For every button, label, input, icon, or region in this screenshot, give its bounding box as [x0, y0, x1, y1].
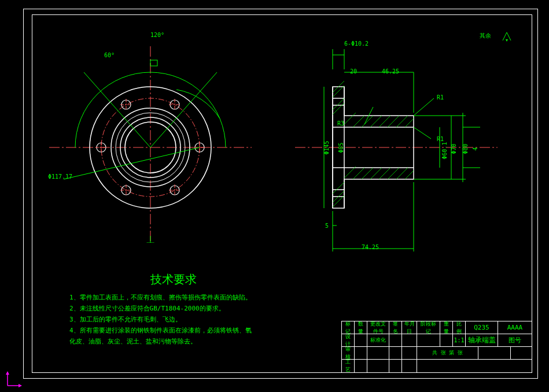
svg-marker-86 — [19, 384, 22, 387]
dim-d85: Φ85 — [338, 142, 344, 153]
tb-qty: 数量 — [355, 321, 367, 334]
tb-stage: 阶段标记 — [417, 321, 440, 334]
tb-wt: 重量 — [440, 321, 453, 334]
tb-std: 标准化 — [367, 334, 389, 346]
dim-d70: Φ70 — [451, 143, 457, 154]
note-2: 2、未注线性尺寸公差应符合GB/T1804-2000的要求。 — [69, 304, 252, 313]
svg-line-57 — [396, 168, 408, 179]
svg-line-43 — [344, 113, 356, 124]
tb-partname: 轴承端盖 — [466, 334, 498, 346]
svg-line-55 — [379, 168, 390, 179]
dia-117: Φ117.17 — [48, 173, 72, 180]
tb-sign: 签名 — [389, 321, 402, 334]
svg-line-54 — [370, 168, 382, 179]
svg-line-40 — [333, 86, 344, 97]
dim-d601: Φ60.1 — [441, 142, 448, 159]
dim-d80: Φ80 — [462, 143, 469, 154]
notes-title: 技术要求 — [150, 272, 252, 287]
tb-scale: 1:1 — [453, 334, 466, 346]
svg-line-56 — [388, 168, 399, 179]
dim-d145: Φ145 — [323, 140, 330, 154]
svg-line-44 — [353, 116, 364, 127]
tb-chk: 审核 — [342, 347, 355, 359]
svg-line-58 — [405, 171, 414, 179]
svg-line-46 — [370, 116, 382, 127]
front-view — [46, 29, 255, 243]
ucs-icon — [5, 371, 22, 389]
dim-r3: R3 — [337, 120, 344, 127]
note-4: 4、所有需要进行涂装的钢铁制件表面在涂漆前，必须将铁锈、氧 — [69, 326, 252, 335]
svg-line-78 — [414, 98, 434, 116]
svg-line-42 — [333, 103, 344, 114]
tb-material: Q235 — [466, 321, 498, 334]
note-5: 化皮、油脂、灰尘、泥土、盐和污物等除去。 — [69, 337, 252, 346]
svg-rect-29 — [150, 60, 157, 66]
dim-74: 74.25 — [362, 244, 379, 250]
dim-r1b: R1 — [437, 136, 444, 142]
note-1: 1、零件加工表面上，不应有划痕、擦伤等损伤零件表面的缺陷。 — [69, 293, 252, 302]
svg-line-49 — [396, 116, 408, 127]
tb-design: 设计 — [342, 334, 355, 346]
svg-line-48 — [388, 116, 399, 127]
tb-appr: 工艺 — [342, 360, 355, 372]
svg-line-45 — [362, 116, 373, 127]
tb-date: 年月日 — [402, 321, 417, 334]
svg-line-52 — [353, 168, 364, 179]
svg-line-59 — [333, 182, 344, 194]
svg-marker-82 — [506, 39, 508, 42]
dim-20: 20 — [350, 68, 357, 75]
svg-line-51 — [344, 167, 356, 178]
svg-line-79 — [414, 127, 431, 139]
title-block: 标记 数量 更改文件号 签名 年月日 阶段标记 重量 比例 Q235 AAAA … — [341, 321, 532, 373]
rest-label: 其余 — [480, 32, 491, 40]
tb-bottom: 共 张 第 张 — [417, 347, 478, 359]
svg-line-53 — [362, 168, 373, 179]
svg-line-41 — [333, 98, 344, 110]
svg-line-61 — [333, 195, 344, 207]
angle-60: 60° — [104, 52, 115, 58]
tb-rev: 更改文件号 — [367, 321, 389, 334]
tb-sc: 比例 — [453, 321, 466, 334]
dim-46: 46.25 — [382, 68, 399, 75]
section-view — [289, 23, 509, 254]
dim-4: 4 — [472, 147, 478, 150]
angle-120: 120° — [150, 32, 164, 38]
technical-notes: 技术要求 1、零件加工表面上，不应有划痕、擦伤等损伤零件表面的缺陷。 2、未注线… — [69, 272, 252, 348]
dim-r1a: R1 — [437, 94, 444, 101]
svg-line-50 — [405, 119, 414, 127]
svg-marker-85 — [6, 371, 9, 375]
tb-company: AAAA — [498, 321, 532, 334]
dim-holes: 6-Φ10.2 — [344, 40, 369, 47]
svg-line-47 — [379, 116, 390, 127]
note-3: 3、加工后的零件不允许有毛刺、飞边。 — [69, 315, 252, 324]
tb-mark: 标记 — [342, 321, 355, 334]
dim-5: 5 — [325, 223, 329, 229]
tb-drawno: 图号 — [498, 334, 532, 346]
